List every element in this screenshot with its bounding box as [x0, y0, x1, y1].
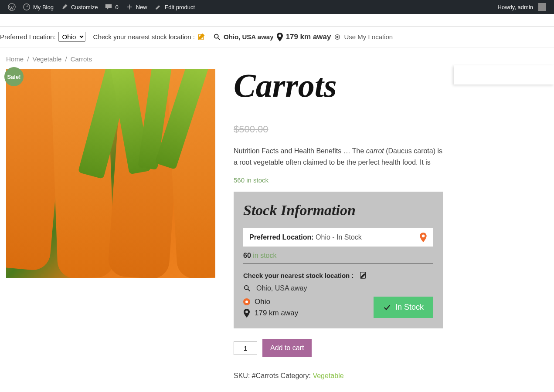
sku-label: SKU:: [234, 372, 252, 379]
preferred-location-box: Preferred Location: Ohio - In Stock: [243, 228, 433, 247]
breadcrumb-home[interactable]: Home: [6, 55, 24, 63]
new-link[interactable]: New: [122, 0, 151, 14]
howdy-link[interactable]: Howdy, admin: [494, 0, 550, 14]
location-text: Ohio, USA away: [224, 33, 273, 41]
target-icon[interactable]: [333, 33, 341, 41]
category-link[interactable]: Vegetable: [313, 372, 343, 379]
nearest-location-line: Ohio, USA away: [243, 284, 433, 292]
stock-qty-number: 60: [243, 252, 251, 259]
wp-logo[interactable]: [4, 0, 19, 14]
breadcrumb-sep: /: [27, 55, 29, 63]
price-old: $500.00: [234, 124, 443, 135]
customize-label: Customize: [71, 4, 98, 10]
map-pin-orange-icon[interactable]: [419, 233, 427, 242]
svg-point-3: [214, 34, 218, 38]
search-icon-2[interactable]: [243, 284, 251, 292]
wordpress-icon: [8, 3, 16, 11]
quantity-input[interactable]: [234, 341, 257, 355]
location-strip: Preferred Location: Ohio Check your near…: [0, 26, 554, 47]
stock-qty-text: in stock: [253, 252, 276, 259]
product-title: Carrots: [234, 69, 443, 102]
check-nearest-label: Check your nearest stock location :: [93, 33, 195, 41]
check-nearest-row: Check your nearest stock location :: [243, 271, 433, 279]
edit-product-link[interactable]: Edit product: [151, 0, 198, 14]
desc-prefix: Nutrition Facts and Health Benefits … Th…: [234, 147, 366, 155]
category-label: Category:: [279, 372, 313, 379]
location-name: Ohio: [255, 297, 270, 306]
edit-nearest-icon[interactable]: [360, 271, 367, 279]
breadcrumb-sep: /: [65, 55, 67, 63]
wp-admin-bar: My Blog Customize 0 New Edit product: [0, 0, 554, 14]
dashboard-icon: [23, 3, 31, 11]
product-wrap: Sale! Carrots $500.00 Nutrition Facts an…: [0, 69, 554, 380]
comment-icon: [105, 3, 112, 11]
location-dot-icon: [243, 298, 250, 305]
map-pin-icon: [276, 33, 283, 41]
avatar-icon: [538, 3, 546, 11]
distance-text: 179 km away: [286, 33, 331, 41]
preferred-location-select[interactable]: Ohio: [58, 32, 85, 42]
plus-icon: [126, 3, 133, 11]
pref-loc-label: Preferred Location:: [249, 233, 314, 241]
sale-badge: Sale!: [4, 67, 24, 86]
svg-point-7: [245, 286, 248, 290]
nearest-location-text: Ohio, USA away: [256, 284, 307, 292]
product-image[interactable]: [6, 69, 215, 278]
product-summary: Carrots $500.00 Nutrition Facts and Heal…: [234, 69, 443, 380]
edit-location-icon[interactable]: [197, 33, 205, 41]
product-gallery: Sale!: [6, 69, 215, 278]
check-nearest-label-2: Check your nearest stock location :: [243, 272, 353, 279]
location-result-row: Ohio 179 km away In Stock: [243, 297, 433, 318]
map-pin-icon-2: [243, 309, 250, 318]
comments-count: 0: [115, 4, 118, 10]
location-distance: 179 km away: [255, 309, 298, 318]
sku-value: #Carrots: [252, 372, 279, 379]
use-my-location-link[interactable]: Use My Location: [344, 33, 393, 41]
edit-product-label: Edit product: [165, 4, 195, 10]
svg-point-5: [337, 36, 339, 38]
howdy-label: Howdy, admin: [498, 4, 533, 10]
pref-loc-value: Ohio - In Stock: [316, 233, 362, 241]
in-stock-button[interactable]: In Stock: [374, 297, 433, 318]
side-panel: [454, 65, 554, 84]
stock-information-panel: Stock Information Preferred Location: Oh…: [234, 192, 443, 328]
add-to-cart-row: Add to cart: [234, 339, 443, 357]
in-stock-label: In Stock: [395, 303, 424, 312]
breadcrumb-current: Carrots: [71, 55, 92, 63]
pencil-icon: [154, 3, 162, 11]
customize-link[interactable]: Customize: [57, 0, 101, 14]
check-icon: [383, 304, 391, 311]
add-to-cart-button[interactable]: Add to cart: [262, 339, 312, 357]
comments-link[interactable]: 0: [101, 0, 122, 14]
location-stock-qty: 60 in stock: [243, 252, 433, 264]
site-name-label: My Blog: [33, 4, 54, 10]
preferred-location-label: Preferred Location:: [0, 33, 56, 41]
product-description: Nutrition Facts and Health Benefits … Th…: [234, 145, 443, 168]
global-stock-line: 560 in stock: [234, 176, 443, 184]
product-meta: SKU: #Carrots Category: Vegetable: [234, 372, 443, 380]
breadcrumb-category[interactable]: Vegetable: [33, 55, 62, 63]
new-label: New: [136, 4, 147, 10]
site-name-link[interactable]: My Blog: [19, 0, 57, 14]
stock-info-title: Stock Information: [243, 202, 433, 219]
search-icon[interactable]: [213, 33, 221, 41]
brush-icon: [61, 3, 68, 11]
desc-em: carrot: [366, 147, 384, 155]
